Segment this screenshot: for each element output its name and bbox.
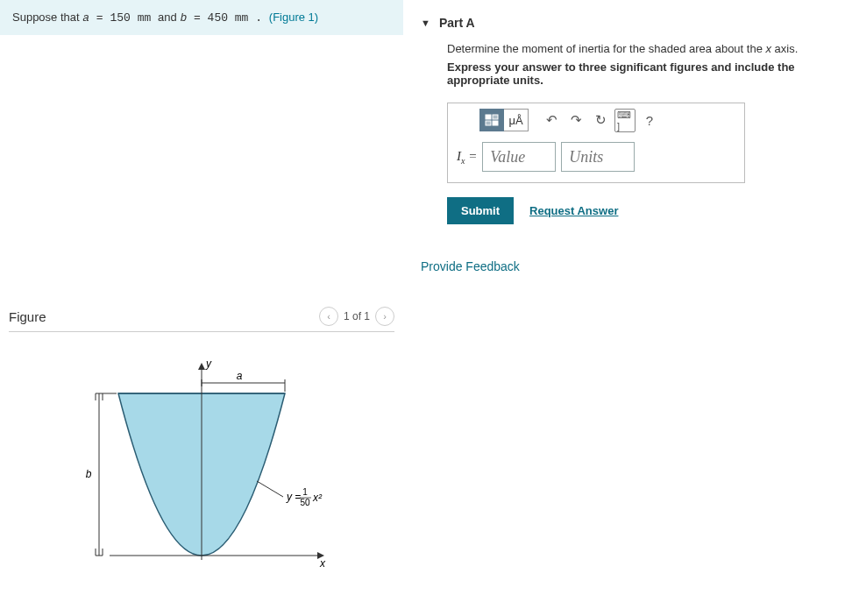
answer-box: μÅ ↶ ↷ ↻ ⌨ ] ? Ix = — [447, 103, 745, 183]
figure-next-button[interactable]: › — [375, 307, 394, 326]
svg-text:50: 50 — [300, 498, 310, 507]
axis-x-label: x — [319, 557, 326, 570]
svg-marker-2 — [198, 363, 205, 370]
redo-button[interactable]: ↷ — [565, 110, 586, 131]
svg-rect-20 — [486, 115, 491, 119]
part-a-label: Part A — [439, 16, 475, 30]
help-button[interactable]: ? — [639, 110, 660, 131]
figure-image: y x a — [9, 332, 394, 586]
figure-counter: 1 of 1 — [344, 310, 370, 322]
units-input[interactable] — [561, 142, 635, 172]
svg-rect-21 — [493, 115, 498, 119]
keyboard-button[interactable]: ⌨ ] — [614, 110, 636, 131]
problem-statement: Suppose that a = 150 mm and b = 450 mm .… — [0, 0, 403, 35]
var-a: a — [82, 11, 89, 25]
svg-rect-22 — [486, 121, 491, 125]
figure-pager: ‹ 1 of 1 › — [319, 307, 394, 326]
figure-link[interactable]: (Figure 1) — [269, 11, 318, 24]
val-a: = 150 mm — [89, 11, 158, 25]
instruction-text: Determine the moment of inertia for the … — [447, 42, 827, 55]
undo-button[interactable]: ↶ — [541, 110, 562, 131]
value-input[interactable] — [482, 142, 556, 172]
submit-button[interactable]: Submit — [447, 197, 514, 224]
templates-button[interactable] — [479, 109, 504, 131]
dim-a-label: a — [237, 370, 243, 382]
svg-text:x²: x² — [312, 492, 323, 504]
part-a-header[interactable]: ▼ Part A — [421, 9, 827, 42]
request-answer-link[interactable]: Request Answer — [529, 204, 618, 217]
axis-y-label: y — [205, 358, 212, 370]
dim-b-label: b — [86, 468, 92, 480]
figure-title: Figure — [9, 309, 46, 324]
text: and — [158, 11, 180, 24]
provide-feedback-link[interactable]: Provide Feedback — [421, 259, 827, 273]
special-chars-button[interactable]: μÅ — [504, 109, 529, 131]
svg-text:1: 1 — [302, 487, 308, 497]
val-b: = 450 mm . — [187, 11, 269, 25]
reset-button[interactable]: ↻ — [590, 110, 611, 131]
figure-prev-button[interactable]: ‹ — [319, 307, 338, 326]
answer-lhs: Ix = — [457, 149, 477, 166]
text: Suppose that — [12, 11, 82, 24]
svg-rect-23 — [493, 121, 498, 125]
collapse-icon: ▼ — [421, 18, 430, 28]
curve-equation: y = — [286, 491, 301, 503]
instruction-bold: Express your answer to three significant… — [447, 60, 827, 87]
svg-line-15 — [257, 481, 283, 497]
